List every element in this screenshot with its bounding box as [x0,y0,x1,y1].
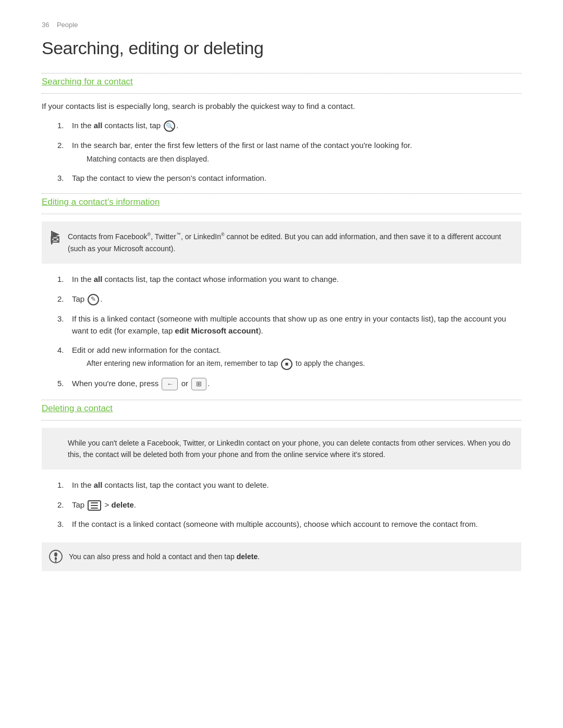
step-num-2: 2. [57,139,72,151]
tip-delete-code: delete [237,552,258,561]
edit-step-num-2: 2. [57,293,72,305]
section-divider-bottom [42,93,521,94]
page-meta: 36 People [42,21,521,29]
section-label: People [57,21,78,29]
step-1: 1. In the all contacts list, tap 🔍. [57,119,521,132]
del-step-num-3: 3. [57,518,72,530]
start-key: ⊞ [191,378,206,390]
del-step-num-2: 2. [57,499,72,511]
bold-all-edit: all [94,275,103,283]
svg-rect-3 [91,505,98,506]
edit-step-2: 2. Tap ✎. [57,293,521,305]
step-2-sub: Matching contacts are then displayed. [87,154,521,165]
svg-rect-2 [91,502,98,503]
searching-heading: Searching for a contact [42,77,521,87]
step-2: 2. In the search bar, enter the first fe… [57,139,521,165]
svg-point-8 [55,561,57,562]
deleting-divider-bottom [42,420,521,421]
deleting-divider-top [42,400,521,400]
edit-step-3: 3. If this is a linked contact (someone … [57,313,521,337]
edit-step-4: 4. Edit or add new information for the c… [57,344,521,370]
editing-note-text: Contacts from Facebook®, Twitter™, or Li… [68,232,501,252]
searching-section: Searching for a contact If your contacts… [42,73,521,184]
deleting-steps: 1. In the all contacts list, tap the con… [57,479,521,530]
step-num-1: 1. [57,119,72,131]
del-step-1: 1. In the all contacts list, tap the con… [57,479,521,491]
searching-steps: 1. In the all contacts list, tap 🔍. 2. I… [57,119,521,184]
edit-step-num-4: 4. [57,344,72,356]
back-key: ← [162,378,178,390]
bold-all-del: all [94,480,103,489]
delete-code: delete [111,500,133,509]
edit-step-content-1: In the all contacts list, tap the contac… [72,273,521,285]
del-step-3: 3. If the contact is a linked contact (s… [57,518,521,530]
searching-intro: If your contacts list is especially long… [42,100,521,112]
save-icon: ■ [281,359,292,370]
edit-step-content-3: If this is a linked contact (someone wit… [72,313,521,337]
deleting-note-text: While you can't delete a Facebook, Twitt… [68,439,510,459]
search-icon: 🔍 [164,120,175,132]
step-content-3: Tap the contact to view the person's con… [72,172,521,184]
edit-step-num-1: 1. [57,273,72,285]
editing-section: Editing a contact’s information ✉ Contac… [42,193,521,390]
step-num-3: 3. [57,172,72,184]
edit-step-num-3: 3. [57,313,72,325]
del-step-content-2: Tap > delete. [72,499,521,511]
del-step-content-3: If the contact is a linked contact (some… [72,518,521,530]
main-title: Searching, editing or deleting [42,38,521,58]
edit-icon: ✎ [88,294,99,305]
step-content-2: In the search bar, enter the first few l… [72,139,521,165]
edit-step-1: 1. In the all contacts list, tap the con… [57,273,521,285]
bold-all-1: all [94,121,103,130]
tip-icon [49,550,63,569]
deleting-note-box: While you can't delete a Facebook, Twitt… [42,428,521,470]
tip-box: You can also press and hold a contact an… [42,542,521,571]
deleting-heading: Deleting a contact [42,403,521,414]
editing-note-flag-symbol: ✉ [50,231,59,249]
edit-microsoft-account: edit Microsoft account [175,326,259,335]
step-content-1: In the all contacts list, tap 🔍. [72,119,521,132]
deleting-section: Deleting a contact While you can't delet… [42,400,521,571]
editing-note-box: ✉ Contacts from Facebook®, Twitter™, or … [42,221,521,264]
svg-rect-7 [55,557,57,560]
del-step-content-1: In the all contacts list, tap the contac… [72,479,521,491]
section-divider-top [42,73,521,73]
editing-steps: 1. In the all contacts list, tap the con… [57,273,521,390]
menu-icon [88,500,101,511]
edit-step-content-5: When you're done, press ← or ⊞. [72,377,521,390]
del-step-num-1: 1. [57,479,72,491]
edit-step-content-4: Edit or add new information for the cont… [72,344,521,370]
edit-step-num-5: 5. [57,377,72,389]
page-number: 36 [42,21,49,29]
del-step-2: 2. Tap > delete. [57,499,521,511]
svg-point-6 [54,552,57,557]
edit-step-4-sub: After entering new information for an it… [87,358,521,369]
editing-heading: Editing a contact’s information [42,197,521,207]
edit-step-content-2: Tap ✎. [72,293,521,305]
edit-step-5: 5. When you're done, press ← or ⊞. [57,377,521,390]
svg-rect-4 [91,508,98,509]
tip-text: You can also press and hold a contact an… [69,552,260,561]
step-3: 3. Tap the contact to view the person's … [57,172,521,184]
editing-divider-bottom [42,214,521,214]
editing-divider-top [42,193,521,194]
